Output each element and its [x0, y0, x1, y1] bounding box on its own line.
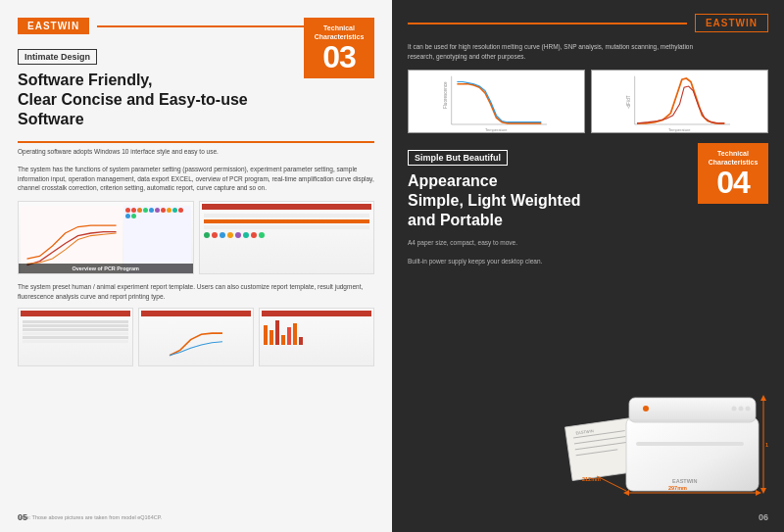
page-number-right: 06 — [759, 512, 768, 522]
svg-text:-dF/dT: -dF/dT — [626, 95, 631, 109]
desc-right-1: A4 paper size, compact, easy to move. — [408, 238, 606, 248]
note-text: Note: Those above pictures are taken fro… — [18, 514, 374, 520]
description-left-1: Operating software adopts Windows 10 int… — [18, 147, 374, 157]
machine-image: EASTWIN EASTWIN — [563, 344, 759, 501]
svg-point-19 — [732, 407, 737, 411]
desc-right-2: Built-in power supply keeps your desktop… — [408, 257, 606, 266]
screenshot-settings — [199, 201, 375, 274]
section-badge-left: Intimate Design — [18, 49, 97, 65]
svg-text:Temperature: Temperature — [668, 126, 691, 131]
right-panel: EASTWIN It can be used for high resoluti… — [392, 0, 784, 532]
tech-number-left: 03 — [312, 41, 367, 73]
divider-left — [18, 141, 374, 143]
screenshot-row-1: Overview of PCR Program — [18, 201, 374, 274]
svg-text:EASTWIN: EASTWIN — [672, 478, 697, 484]
right-header: EASTWIN — [408, 14, 768, 32]
svg-point-21 — [746, 407, 751, 411]
svg-marker-26 — [760, 395, 766, 401]
chart-melting: -dF/dT Temperature — [591, 70, 768, 133]
tech-badge-left: Technical Characteristics 03 — [304, 18, 374, 78]
description-left-2: The system has the functions of system p… — [18, 165, 374, 193]
svg-marker-31 — [756, 490, 761, 496]
tech-label-right: Technical Characteristics — [706, 149, 760, 167]
screenshot-report-1 — [18, 308, 133, 366]
page-number-left: 05 — [18, 512, 27, 522]
chart-description: It can be used for high resolution melti… — [408, 42, 768, 62]
svg-line-33 — [597, 476, 626, 491]
tech-badge-right: Technical Characteristics 04 — [698, 143, 768, 204]
svg-text:Fluorescence: Fluorescence — [443, 81, 448, 109]
screenshot-report-2 — [138, 308, 254, 366]
svg-text:212mm: 212mm — [582, 476, 601, 482]
right-bottom: Technical Characteristics 04 Simple But … — [408, 143, 768, 521]
section-badge-right: Simple But Beautiful — [408, 150, 508, 166]
svg-marker-27 — [760, 488, 766, 494]
svg-text:297mm: 297mm — [668, 485, 687, 491]
screenshot-row-2 — [18, 308, 374, 366]
svg-point-20 — [739, 407, 744, 411]
left-panel: EASTWIN Technical Characteristics 03 Int… — [0, 0, 392, 532]
svg-text:122mm: 122mm — [765, 442, 768, 448]
chart-hrm: Fluorescence Temperature — [408, 70, 585, 133]
main-title-left: Software Friendly, Clear Concise and Eas… — [18, 71, 374, 129]
left-brand-tag: EASTWIN — [18, 18, 89, 34]
screenshot-report-3 — [259, 308, 374, 366]
svg-point-22 — [643, 406, 649, 411]
pcr-overlay: Overview of PCR Program — [19, 264, 193, 273]
screenshot-pcr: Overview of PCR Program — [18, 201, 194, 274]
tech-number-right: 04 — [706, 167, 760, 198]
svg-text:Temperature: Temperature — [485, 126, 508, 131]
right-brand-tag: EASTWIN — [695, 14, 768, 32]
chart-row: Fluorescence Temperature -dF/dT Temperat… — [408, 70, 768, 133]
report-text: The system preset human / animal experim… — [18, 282, 374, 302]
svg-rect-23 — [636, 442, 744, 446]
